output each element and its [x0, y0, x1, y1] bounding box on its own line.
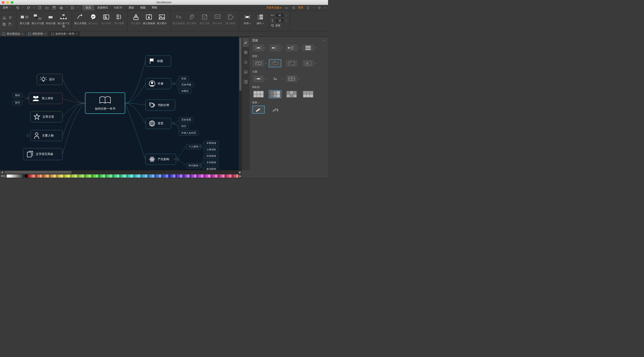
tab-slideshow[interactable]: 幻灯片 — [111, 5, 126, 10]
close-tab-icon[interactable]: ✕ — [76, 33, 77, 35]
tab-view[interactable]: 视图 — [137, 5, 149, 10]
canvas[interactable]: 如何分析一本书 启示 世人评价 赞词 批判 文章主旨 主要人物 文字语言风格 标… — [0, 37, 242, 170]
subnode-personal-infl[interactable]: 个人影响 — [186, 144, 201, 149]
rainbow-opt-1[interactable] — [252, 90, 265, 98]
subnode-praise[interactable]: 赞词 — [12, 93, 22, 98]
subnode-lit-infl[interactable]: 文学影响 — [204, 160, 219, 165]
doc-tab-1[interactable]: 求职历程✕ — [26, 31, 49, 36]
export-button[interactable] — [70, 5, 75, 10]
node-characters[interactable]: 主要人物 — [30, 130, 62, 141]
bg-opt-1[interactable]: ▼ — [252, 59, 265, 67]
redo-button[interactable] — [26, 5, 31, 10]
subnode-history-bg[interactable]: 历史背景 — [179, 117, 194, 122]
height-input[interactable]: 20 — [276, 18, 284, 23]
subnode-gender[interactable]: 性别 — [179, 76, 189, 81]
maximize-window-button[interactable] — [11, 1, 14, 4]
doc-tab-0[interactable]: 筹办展览会✕ — [0, 31, 26, 36]
insert-subtopic-button[interactable]: 插入子主题 — [31, 12, 44, 25]
node-theme[interactable]: 文章主旨 — [30, 111, 62, 122]
insert-link-button[interactable]: 插入超链接 — [172, 12, 185, 25]
layout-opt-2[interactable]: ▼ — [269, 44, 281, 52]
subnode-era-infl[interactable]: 时代影响 — [186, 163, 201, 168]
bg-opt-3[interactable] — [285, 59, 298, 67]
theme-opt-1[interactable]: ▼ — [252, 75, 265, 83]
rainbow-opt-3[interactable] — [285, 90, 298, 98]
app-logo-icon[interactable] — [317, 5, 322, 10]
center-node[interactable]: 如何分析一本书 — [85, 92, 125, 114]
cut-button[interactable] — [2, 16, 7, 20]
save-button[interactable] — [52, 5, 56, 10]
floating-topic-button[interactable]: 浮动主题 — [44, 12, 57, 25]
rtab-style[interactable] — [242, 38, 249, 47]
insert-image-button[interactable]: 插入图片 — [156, 12, 168, 25]
horizontal-scrollbar[interactable]: ◀ ▶ — [0, 170, 242, 174]
format-painter-button[interactable] — [8, 16, 13, 20]
tab-page-style[interactable]: 页面样式 — [94, 5, 111, 10]
print-button[interactable] — [59, 5, 64, 10]
expand-handle[interactable] — [200, 164, 202, 166]
insert-callout-button[interactable]: 插入标注 — [87, 12, 100, 25]
login-link[interactable]: 登录 — [298, 6, 304, 10]
subnode-criticism[interactable]: 批判 — [12, 100, 22, 105]
layout-opt-1[interactable]: ▼ — [252, 44, 265, 52]
rtab-outline[interactable] — [242, 48, 249, 57]
subnode-author-life[interactable]: 作者人生经历 — [179, 130, 198, 136]
upgrade-link[interactable]: 升级专业版 ▸ — [266, 6, 282, 10]
node-influence[interactable]: 产生影响 — [145, 154, 176, 165]
subnode-hist-infl[interactable]: 历史影响 — [204, 154, 219, 158]
insert-summary-button[interactable]: 插入概要 — [113, 12, 126, 25]
insert-boundary-button[interactable]: 插入外框 — [100, 12, 113, 25]
expand-handle[interactable] — [172, 122, 174, 124]
subnode-publisher[interactable]: 出版社 — [179, 88, 191, 94]
layout-opt-3[interactable]: ▼ — [285, 44, 298, 52]
numbering-button[interactable]: 123编号 ▼ — [254, 12, 267, 25]
node-insight[interactable]: 启示 — [37, 74, 62, 85]
cloud-icon[interactable] — [284, 5, 289, 10]
pin-icon[interactable]: ⊓ — [323, 39, 325, 42]
insert-clipart-button[interactable]: 插入剪贴画 — [142, 12, 156, 25]
insert-comment-button[interactable]: 插入评论 — [211, 12, 224, 25]
insert-note-button[interactable]: 插入注释 — [198, 12, 211, 25]
expand-handle[interactable] — [27, 134, 29, 137]
tab-home[interactable]: 首页 — [82, 5, 94, 10]
insert-icon-button[interactable]: 插入图标 — [130, 12, 142, 25]
expand-handle[interactable] — [177, 158, 179, 160]
node-author[interactable]: 作者 — [145, 78, 171, 89]
theme-opt-2[interactable]: Aa▼ — [269, 75, 281, 83]
insert-attachment-button[interactable]: 插入附件 — [185, 12, 198, 25]
close-tab-icon[interactable]: ✕ — [44, 33, 46, 35]
insert-topic-button[interactable]: 插入主题 — [18, 12, 31, 25]
close-window-button[interactable] — [2, 1, 4, 4]
file-menu[interactable]: 文件▼ — [0, 5, 13, 10]
color-more-button[interactable]: ▶ — [238, 174, 242, 178]
insert-multi-topic-button[interactable]: 插入多个主题 — [57, 12, 70, 28]
expand-handle[interactable] — [172, 82, 174, 85]
open-button[interactable] — [44, 5, 50, 10]
subnode-pol-infl[interactable]: 政治影响 — [204, 166, 219, 170]
effect-opt-1[interactable] — [252, 106, 265, 114]
bg-opt-2[interactable] — [269, 59, 281, 67]
subnode-other-books[interactable]: 其他书籍 — [179, 82, 194, 87]
bg-opt-4[interactable]: A▼ — [302, 59, 314, 67]
theme-opt-3[interactable]: ▼ — [285, 75, 298, 83]
paste-button[interactable]: ▼ — [8, 22, 13, 26]
width-input[interactable]: 42 — [276, 13, 284, 18]
node-style[interactable]: 文字语言风格 — [23, 148, 62, 160]
subnode-era[interactable]: 时代 — [179, 124, 189, 129]
node-evaluation[interactable]: 世人评价 — [28, 93, 62, 104]
rainbow-opt-2[interactable] — [269, 90, 281, 98]
color-swatches[interactable] — [7, 174, 238, 178]
undo-button[interactable] — [15, 5, 20, 10]
copy-button[interactable] — [2, 22, 7, 26]
vertical-scrollbar[interactable] — [239, 37, 242, 170]
reset-button[interactable]: 重置 — [270, 24, 280, 27]
rainbow-opt-4[interactable] — [302, 90, 314, 98]
tab-advanced[interactable]: 高级 — [126, 5, 137, 10]
expand-handle[interactable] — [200, 145, 202, 148]
tab-help[interactable]: 帮助 — [149, 5, 160, 10]
doc-tab-2[interactable]: 如何分析一本书✕ — [49, 31, 80, 36]
rtab-layout[interactable] — [242, 78, 249, 86]
close-tab-icon[interactable]: ✕ — [22, 33, 23, 35]
node-title[interactable]: 标题 — [145, 56, 171, 67]
minimize-window-button[interactable] — [6, 1, 9, 4]
